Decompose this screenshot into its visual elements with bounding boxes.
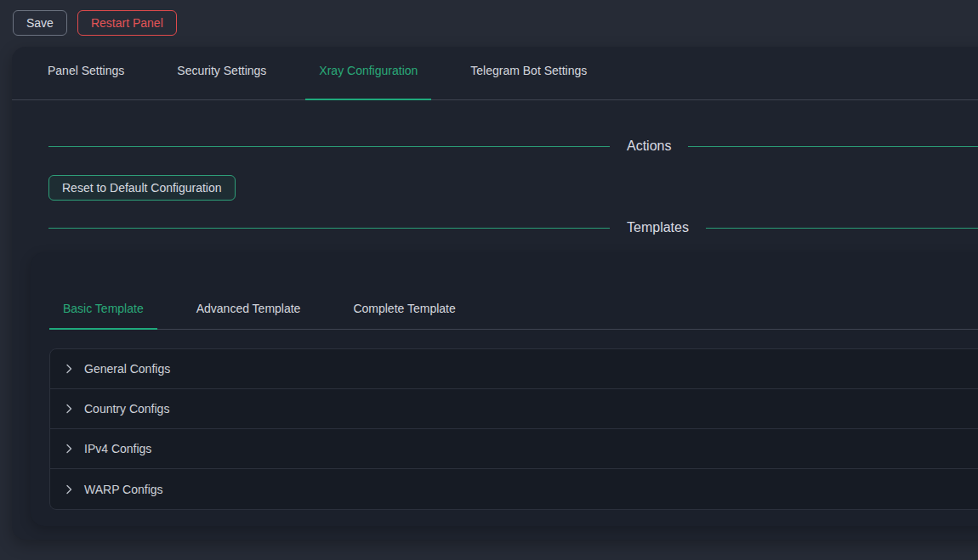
reset-default-config-button[interactable]: Reset to Default Configuration [48, 175, 236, 201]
collapse-panel-label: IPv4 Configs [84, 442, 151, 455]
divider-line [48, 228, 610, 229]
tab-basic-template[interactable]: Basic Template [49, 300, 157, 329]
collapse-panel-label: Country Configs [84, 402, 169, 416]
settings-card: Panel Settings Security Settings Xray Co… [12, 47, 978, 540]
configs-collapse: General Configs Country Configs [49, 348, 978, 510]
tab-advanced-template[interactable]: Advanced Template [183, 300, 315, 329]
divider-line [706, 228, 978, 229]
tab-xray-configuration[interactable]: Xray Configuration [305, 62, 431, 99]
divider-line [48, 146, 610, 147]
actions-divider: Actions [48, 100, 978, 156]
tab-security-settings[interactable]: Security Settings [163, 62, 280, 99]
tab-complete-template[interactable]: Complete Template [339, 300, 469, 329]
restart-panel-button[interactable]: Restart Panel [77, 10, 177, 36]
actions-section-title: Actions [610, 137, 688, 156]
tab-panel-settings[interactable]: Panel Settings [34, 62, 138, 99]
collapse-panel-label: WARP Configs [84, 483, 163, 496]
save-button[interactable]: Save [13, 10, 67, 36]
collapse-panel-country-configs[interactable]: Country Configs [50, 389, 978, 429]
tab-telegram-bot-settings[interactable]: Telegram Bot Settings [457, 62, 600, 99]
chevron-right-icon [64, 404, 74, 414]
collapse-panel-ipv4-configs[interactable]: IPv4 Configs [50, 429, 978, 469]
chevron-right-icon [64, 364, 74, 374]
template-tabs: Basic Template Advanced Template Complet… [49, 300, 978, 330]
templates-section-title: Templates [610, 218, 706, 237]
xray-configuration-panel: Actions Reset to Default Configuration T… [12, 100, 978, 526]
templates-divider: Templates [48, 201, 978, 237]
templates-card: Basic Template Advanced Template Complet… [31, 252, 978, 526]
chevron-right-icon [64, 444, 74, 454]
chevron-right-icon [64, 484, 74, 495]
collapse-panel-general-configs[interactable]: General Configs [50, 349, 978, 389]
collapse-panel-warp-configs[interactable]: WARP Configs [50, 469, 978, 509]
collapse-panel-label: General Configs [84, 362, 170, 376]
settings-tabs: Panel Settings Security Settings Xray Co… [12, 47, 978, 100]
divider-line [688, 146, 978, 147]
toolbar: Save Restart Panel [0, 0, 978, 47]
